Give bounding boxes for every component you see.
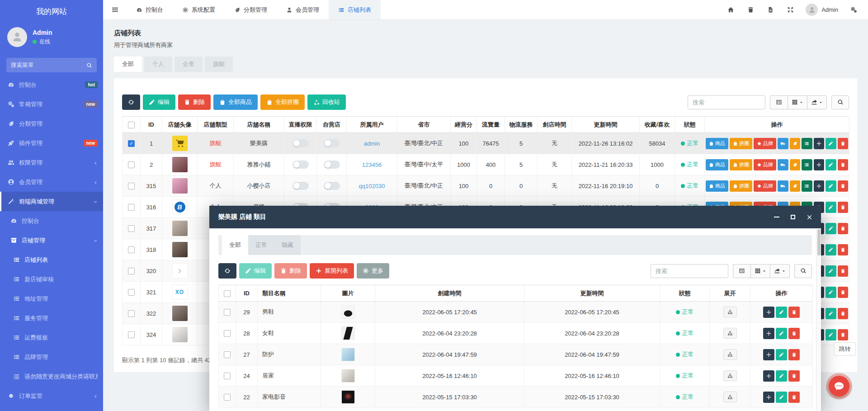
search-input[interactable] — [688, 95, 765, 109]
toggle-off[interactable] — [292, 139, 309, 147]
op-delete-button[interactable] — [838, 202, 849, 213]
column-header[interactable]: 店舖名稱 — [234, 117, 284, 133]
row-checkbox[interactable] — [128, 225, 135, 232]
column-header[interactable]: 店舖類型 — [198, 117, 234, 133]
detail-view-button[interactable] — [733, 264, 750, 278]
op-move-button[interactable] — [814, 138, 825, 149]
modal-titlebar[interactable]: 樂美購 店鋪 類目 — [209, 206, 821, 228]
column-header[interactable]: 狀態 — [675, 117, 705, 133]
edit-button[interactable]: 编辑 — [239, 263, 272, 279]
column-header[interactable]: 更新時間 — [572, 117, 640, 133]
search-button[interactable] — [794, 264, 812, 278]
op-move-button[interactable] — [814, 159, 825, 170]
user-menu[interactable]: Admin — [800, 4, 844, 16]
op-edit-button[interactable] — [826, 244, 836, 255]
sidebar-item-12[interactable]: 服务管理 — [0, 308, 103, 328]
row-checkbox[interactable] — [224, 394, 231, 401]
op-groupon-button[interactable]: 拼團 — [730, 159, 752, 170]
toggle-off[interactable] — [324, 182, 340, 190]
op-move-button[interactable] — [814, 180, 825, 192]
column-header[interactable]: 店舖头像 — [162, 117, 198, 133]
detail-view-button[interactable] — [770, 95, 788, 109]
shop-type-tab-0[interactable]: 全部 — [114, 57, 142, 72]
row-checkbox[interactable] — [128, 331, 135, 338]
sidebar-item-3[interactable]: 插件管理 new — [0, 133, 103, 153]
minimize-icon[interactable] — [773, 213, 780, 221]
op-edit-button[interactable] — [776, 349, 787, 360]
column-header[interactable]: 創建時間 — [375, 285, 524, 302]
expand-tree-button[interactable] — [723, 328, 737, 339]
op-delete-button[interactable] — [788, 349, 800, 360]
op-move-button[interactable] — [763, 349, 774, 360]
column-header[interactable]: 經营分 — [451, 117, 477, 133]
row-checkbox[interactable] — [224, 351, 231, 358]
column-header[interactable]: 省市 — [397, 117, 451, 133]
op-edit-button[interactable] — [826, 223, 836, 234]
settings-button[interactable] — [844, 0, 863, 20]
op-edit-button[interactable] — [826, 287, 836, 298]
modal-scrollbar[interactable] — [816, 228, 821, 411]
expand-tree-button[interactable] — [723, 349, 737, 360]
op-delete-button[interactable] — [788, 328, 800, 339]
delete-button[interactable]: 删除 — [274, 263, 307, 279]
op-brand-button[interactable]: 品牌 — [754, 180, 776, 192]
op-category-button[interactable] — [790, 180, 801, 192]
topnav-tab-1[interactable]: 系统配置 — [173, 0, 225, 19]
sidebar-search[interactable] — [6, 58, 97, 72]
sidebar-item-13[interactable]: 运费模板 — [0, 328, 103, 347]
column-header[interactable]: 操作 — [705, 117, 849, 133]
op-delete-button[interactable] — [838, 180, 849, 192]
op-edit-button[interactable] — [826, 180, 836, 192]
all-goods-button[interactable]: 全部商品 — [213, 94, 258, 110]
op-delete-button[interactable] — [838, 265, 849, 277]
row-checkbox[interactable] — [128, 268, 135, 274]
op-goods-button[interactable]: 商品 — [706, 138, 728, 149]
toggle-off[interactable] — [324, 139, 340, 147]
column-header[interactable]: 自营店 — [317, 117, 347, 133]
row-checkbox[interactable] — [128, 204, 135, 211]
op-delete-button[interactable] — [838, 287, 849, 298]
select-all-checkbox[interactable] — [128, 122, 135, 128]
jump-page-button[interactable]: 跳转 — [834, 342, 856, 356]
shop-type-tab-1[interactable]: 个人 — [144, 57, 172, 72]
op-edit-button[interactable] — [776, 307, 787, 318]
scrollbar-thumb[interactable] — [817, 229, 821, 255]
op-brand-button[interactable]: 品牌 — [754, 138, 776, 149]
op-edit-button[interactable] — [826, 159, 836, 170]
op-brand-button[interactable]: 品牌 — [754, 159, 776, 170]
row-checkbox[interactable] — [224, 309, 231, 316]
op-logistics-button[interactable] — [778, 159, 788, 170]
op-goods-button[interactable]: 商品 — [706, 159, 728, 170]
home-button[interactable] — [721, 0, 741, 20]
sidebar-item-4[interactable]: 权限管理 — [0, 153, 103, 172]
delete-button[interactable]: 删除 — [178, 94, 211, 110]
topnav-tab-4[interactable]: 店铺列表 — [329, 0, 381, 19]
op-edit-button[interactable] — [826, 138, 836, 149]
op-move-button[interactable] — [763, 307, 774, 318]
row-checkbox[interactable] — [224, 330, 231, 337]
column-header[interactable]: 狀態 — [660, 285, 710, 302]
op-list-button[interactable] — [802, 159, 812, 170]
recycle-bin-button[interactable]: 回收站 — [307, 94, 346, 110]
sidebar-item-9[interactable]: 店铺列表 — [0, 250, 103, 269]
column-header[interactable]: 直播权限 — [284, 117, 317, 133]
sidebar-item-17[interactable]: 装修商城请联系技术人员 — [0, 406, 103, 411]
search-button[interactable] — [831, 95, 849, 109]
op-edit-button[interactable] — [776, 328, 787, 339]
op-edit-button[interactable] — [826, 265, 836, 277]
op-list-button[interactable] — [802, 180, 812, 192]
export-button[interactable] — [770, 264, 790, 278]
sidebar-item-16[interactable]: 订单监管 — [0, 386, 103, 406]
op-edit-button[interactable] — [826, 329, 836, 340]
shop-type-tab-2[interactable]: 企業 — [175, 57, 203, 72]
column-header[interactable]: 操作 — [750, 285, 813, 302]
toggle-off[interactable] — [292, 182, 309, 190]
page-button[interactable] — [760, 0, 780, 20]
sidebar-item-5[interactable]: 会员管理 — [0, 172, 103, 192]
op-delete-button[interactable] — [788, 307, 800, 318]
expand-tree-button[interactable] — [723, 392, 737, 402]
op-delete-button[interactable] — [838, 223, 849, 234]
export-button[interactable] — [807, 95, 827, 109]
sidebar-item-15[interactable]: 请勿随意更改商城分类请联系技术人员 — [0, 367, 103, 386]
user-link[interactable]: 123456 — [362, 161, 382, 168]
